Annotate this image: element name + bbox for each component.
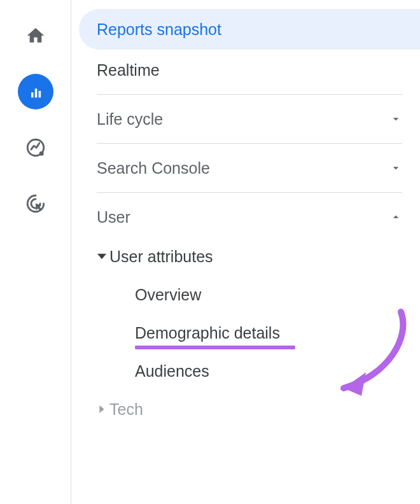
chevron-down-icon bbox=[389, 162, 402, 174]
nav-overview[interactable]: Overview bbox=[135, 276, 420, 314]
trend-circle-icon bbox=[25, 137, 46, 158]
chevron-up-icon bbox=[389, 211, 402, 223]
nav-item-label: Audiences bbox=[135, 362, 209, 381]
divider bbox=[97, 94, 402, 95]
nav-item-label: Reports snapshot bbox=[97, 20, 221, 39]
nav-reports-snapshot[interactable]: Reports snapshot bbox=[79, 9, 420, 50]
nav-user-attributes[interactable]: User attributes bbox=[94, 237, 420, 276]
home-icon bbox=[25, 25, 46, 46]
section-label: Search Console bbox=[97, 159, 210, 178]
divider bbox=[97, 143, 402, 144]
rail-home-button[interactable] bbox=[18, 18, 53, 53]
section-label: Life cycle bbox=[97, 110, 163, 129]
reports-nav-panel: Reports snapshot Realtime Life cycle Sea… bbox=[71, 0, 420, 504]
nav-item-label: Tech bbox=[109, 400, 143, 419]
nav-item-label: User attributes bbox=[109, 248, 213, 266]
bar-chart-icon bbox=[27, 83, 45, 101]
nav-demographic-details[interactable]: Demographic details bbox=[135, 314, 420, 352]
nav-item-label: Realtime bbox=[97, 61, 160, 80]
nav-tech[interactable]: Tech bbox=[94, 390, 420, 428]
highlight-underline bbox=[135, 346, 295, 349]
divider bbox=[97, 192, 402, 193]
nav-section-user[interactable]: User bbox=[79, 197, 420, 237]
nav-item-label: Overview bbox=[135, 286, 201, 304]
icon-rail bbox=[0, 0, 71, 504]
rail-advertising-button[interactable] bbox=[18, 186, 53, 221]
user-submenu: User attributes Overview Demographic det… bbox=[79, 237, 420, 428]
rail-explore-button[interactable] bbox=[18, 130, 53, 165]
nav-section-search-console[interactable]: Search Console bbox=[79, 148, 420, 188]
svg-point-1 bbox=[39, 151, 43, 156]
chevron-down-icon bbox=[389, 113, 402, 125]
nav-realtime[interactable]: Realtime bbox=[79, 50, 420, 90]
caret-right-icon bbox=[94, 405, 109, 413]
nav-section-life-cycle[interactable]: Life cycle bbox=[79, 99, 420, 139]
nav-audiences[interactable]: Audiences bbox=[135, 352, 420, 390]
caret-down-icon bbox=[94, 252, 109, 261]
rail-reports-button[interactable] bbox=[18, 74, 53, 109]
nav-item-label: Demographic details bbox=[135, 324, 280, 342]
section-label: User bbox=[97, 208, 130, 227]
target-click-icon bbox=[25, 193, 46, 214]
user-attributes-children: Overview Demographic details Audiences bbox=[94, 276, 420, 390]
